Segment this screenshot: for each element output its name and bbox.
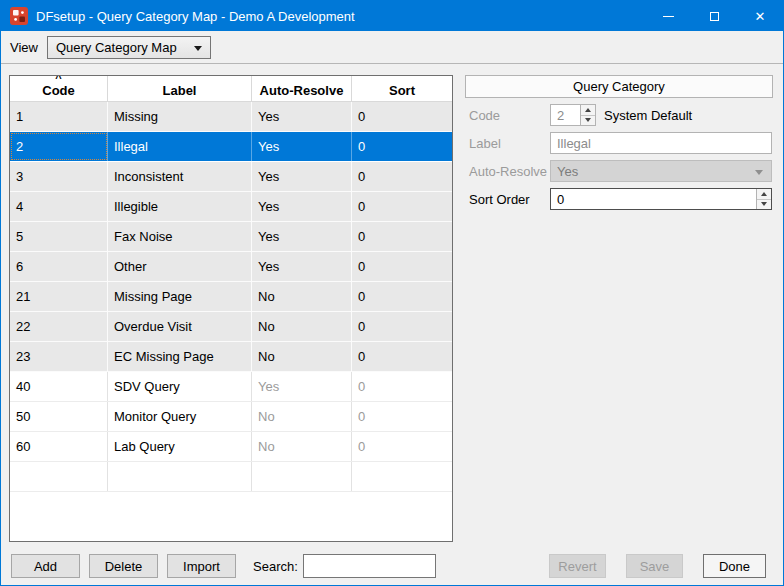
column-header-label: Sort [389,83,415,98]
cell-sort: 0 [352,342,452,371]
table-row[interactable]: 5Fax NoiseYes0 [10,222,452,252]
sort-order-value: 0 [551,189,756,209]
chevron-down-icon [755,170,763,175]
cell-sort: 0 [352,312,452,341]
cell-code: 5 [10,222,108,251]
cell-code: 40 [10,372,108,401]
cell-auto-resolve: No [252,312,352,341]
cell-auto-resolve: Yes [252,162,352,191]
cell-label: EC Missing Page [108,342,252,371]
close-button[interactable]: ✕ [737,1,783,31]
column-header-label: Code [42,83,75,98]
cell-sort: 0 [352,222,452,251]
sort-ascending-icon: ^ [55,75,61,83]
code-spin-down-button[interactable] [581,116,595,126]
sort-order-spin-buttons [756,189,771,209]
minimize-button[interactable] [645,1,691,31]
cell-code: 1 [10,102,108,131]
cell-auto-resolve: No [252,432,352,461]
cell-auto-resolve [252,462,352,491]
auto-resolve-value: Yes [557,164,578,179]
cell-sort: 0 [352,162,452,191]
view-dropdown[interactable]: Query Category Map [47,36,211,59]
auto-resolve-dropdown: Yes [550,160,772,182]
done-button[interactable]: Done [703,554,766,578]
cell-sort: 0 [352,372,452,401]
cell-auto-resolve: No [252,282,352,311]
search-input[interactable] [303,554,436,578]
app-icon [10,7,28,25]
cell-label: Missing Page [108,282,252,311]
spin-down-icon [761,202,767,206]
cell-sort: 0 [352,102,452,131]
cell-auto-resolve: Yes [252,252,352,281]
cell-code: 3 [10,162,108,191]
label-label: Label [465,136,550,151]
sort-order-spinbox[interactable]: 0 [550,188,772,210]
table-row[interactable] [10,462,452,492]
import-button[interactable]: Import [167,554,236,578]
cell-label: Fax Noise [108,222,252,251]
column-header-label[interactable]: Label [108,76,252,101]
cell-label [108,462,252,491]
cell-sort: 0 [352,192,452,221]
cell-label: Monitor Query [108,402,252,431]
table-row[interactable]: 1MissingYes0 [10,102,452,132]
column-header-sort[interactable]: Sort [352,76,452,101]
code-value: 2 [551,105,580,125]
code-field-row: Code 2 System Default [465,104,773,126]
code-spin-up-button[interactable] [581,105,595,116]
cell-sort: 0 [352,432,452,461]
cell-sort: 0 [352,252,452,281]
spin-up-icon [585,108,591,112]
detail-panel: Query Category Code 2 System Default Lab… [465,75,773,210]
window-title: DFsetup - Query Category Map - Demo A De… [36,9,355,24]
cell-label: Other [108,252,252,281]
auto-resolve-label: Auto-Resolve [465,164,550,179]
table-row[interactable]: 60Lab QueryNo0 [10,432,452,462]
cell-code: 2 [10,132,108,161]
view-toolbar: View Query Category Map [1,31,783,64]
column-header-auto-resolve[interactable]: Auto-Resolve [252,76,352,101]
cell-label: SDV Query [108,372,252,401]
cell-auto-resolve: Yes [252,222,352,251]
table-row[interactable]: 3InconsistentYes0 [10,162,452,192]
sort-order-spin-down-button[interactable] [757,200,771,210]
cell-code [10,462,108,491]
code-spin-buttons [580,105,595,125]
column-header-code[interactable]: Code^ [10,76,108,101]
add-button[interactable]: Add [11,554,80,578]
cell-label: Overdue Visit [108,312,252,341]
cell-label: Missing [108,102,252,131]
cell-label: Illegible [108,192,252,221]
cell-label: Inconsistent [108,162,252,191]
cell-code: 60 [10,432,108,461]
code-spinbox[interactable]: 2 [550,104,596,126]
table-row[interactable]: 22Overdue VisitNo0 [10,312,452,342]
cell-code: 22 [10,312,108,341]
table-row[interactable]: 40SDV QueryYes0 [10,372,452,402]
table-row[interactable]: 21Missing PageNo0 [10,282,452,312]
table-body: 1MissingYes02IllegalYes03InconsistentYes… [10,102,452,492]
table-row[interactable]: 4IllegibleYes0 [10,192,452,222]
revert-button: Revert [549,554,606,578]
view-dropdown-value: Query Category Map [56,40,177,55]
table-row[interactable]: 23EC Missing PageNo0 [10,342,452,372]
maximize-button[interactable] [691,1,737,31]
column-header-label: Label [163,83,197,98]
cell-auto-resolve: No [252,402,352,431]
table-row[interactable]: 2IllegalYes0 [10,132,452,162]
table-row[interactable]: 6OtherYes0 [10,252,452,282]
table-row[interactable]: 50Monitor QueryNo0 [10,402,452,432]
cell-code: 50 [10,402,108,431]
system-default-note: System Default [604,108,692,123]
chevron-down-icon [194,46,202,51]
cell-auto-resolve: Yes [252,192,352,221]
column-header-label: Auto-Resolve [260,83,344,98]
sort-order-label: Sort Order [465,192,550,207]
save-button: Save [626,554,683,578]
sort-order-spin-up-button[interactable] [757,189,771,200]
label-input[interactable] [550,132,772,154]
delete-button[interactable]: Delete [89,554,158,578]
cell-auto-resolve: No [252,342,352,371]
